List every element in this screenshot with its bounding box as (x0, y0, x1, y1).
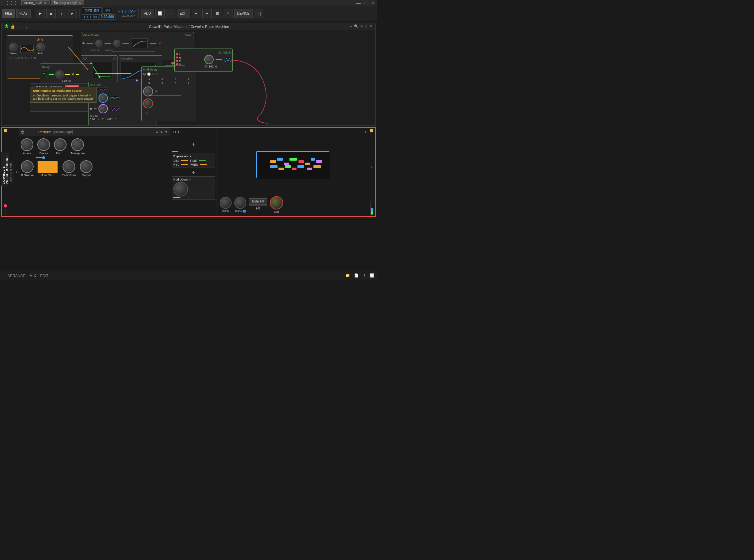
play-button[interactable]: ▶ (36, 9, 45, 18)
tab-drone-beat-close[interactable]: ✕ (44, 1, 46, 5)
lock-btn[interactable]: 🔒 (10, 24, 15, 29)
groove-knob[interactable] (21, 160, 34, 173)
loop-button[interactable]: ⇌ (67, 9, 77, 18)
distortion-title: Distortion (120, 57, 133, 60)
grid-btn[interactable]: ⋮⋮⋮ (17, 24, 28, 28)
md-knob2[interactable] (143, 98, 153, 108)
delay-knob[interactable] (55, 70, 64, 79)
perform-title: Perform (38, 130, 51, 134)
position-display[interactable]: 1.1.1.00 (82, 14, 98, 20)
undo-button[interactable]: ↩ (192, 9, 201, 18)
record-button[interactable]: ● (57, 9, 66, 18)
timb-line (199, 160, 206, 161)
st-width-knob[interactable] (204, 55, 214, 64)
add-center-btn[interactable]: + (192, 141, 195, 148)
arrow-left-icon[interactable]: ↕ (5, 212, 6, 215)
file-icon[interactable]: 📄 (354, 273, 359, 278)
delay-conn3 (76, 74, 79, 75)
clip-grid-display[interactable] (256, 151, 329, 178)
edit-button[interactable]: EDIT (177, 9, 190, 18)
search-btn[interactable]: 🔍 (354, 24, 359, 28)
value-scaler-title: Value Scaler (82, 34, 99, 37)
perform-up-icon[interactable]: ▲ (160, 130, 163, 134)
device-arrow-button[interactable]: →| (254, 9, 263, 18)
minus-btn[interactable]: − (350, 24, 352, 28)
play-label-button[interactable]: PLAY (16, 9, 31, 18)
md-knob1[interactable] (143, 86, 153, 96)
out-knob[interactable] (270, 196, 283, 209)
vs-v1: 0.50 % (91, 49, 99, 52)
add-left-btn[interactable]: + (15, 169, 18, 175)
file-button[interactable]: FILE (2, 9, 15, 18)
perform-down-icon[interactable]: ▼ (165, 130, 168, 134)
yellow-square-top (4, 129, 7, 132)
decay-knob[interactable] (37, 138, 50, 151)
delete-button[interactable]: ✕ (224, 9, 233, 18)
sh-star: * (115, 118, 116, 121)
bend-title: Bend (185, 34, 192, 37)
time-display[interactable]: 0:00.000 (99, 14, 115, 20)
perform-settings-icon[interactable]: ⚙ (155, 130, 159, 134)
chart-bottom-icon[interactable]: 📊 (370, 273, 374, 278)
bend-close[interactable]: ✕ (158, 42, 161, 45)
add-right-btn[interactable]: + (370, 164, 373, 169)
power-btn[interactable]: ⏻ (4, 24, 8, 29)
glide-knob[interactable] (234, 197, 246, 209)
fold-knob[interactable] (36, 43, 45, 51)
fx-button[interactable]: FX (249, 205, 267, 211)
svg-rect-13 (305, 163, 310, 165)
note-rst-pad[interactable] (38, 161, 58, 173)
transpose-knob[interactable] (71, 138, 84, 151)
md-icon[interactable]: ⚙ (155, 90, 158, 93)
edit-nav[interactable]: EDIT (40, 274, 48, 278)
vs-knob2[interactable] (113, 40, 120, 47)
pitch-knob[interactable] (54, 138, 66, 151)
attack-knob[interactable] (21, 138, 33, 151)
power-on-icon[interactable]: ⏻ (21, 130, 24, 134)
bpm-display[interactable]: 123.00 (82, 7, 102, 14)
radiocure-add-btn[interactable]: + (189, 178, 191, 181)
clip-add-btn[interactable]: + (364, 129, 367, 135)
sh-knob1[interactable] (98, 94, 108, 103)
st-m: M (179, 60, 181, 62)
folder-icon[interactable]: 📁 (345, 273, 350, 278)
redo-button[interactable]: ↪ (202, 9, 212, 18)
minimize-btn[interactable]: — (356, 0, 361, 6)
device-button[interactable]: DEVICE (234, 9, 253, 18)
conn-dot (42, 156, 45, 159)
radiocure-big-knob[interactable] (173, 182, 188, 197)
skew-label: Skew (10, 52, 17, 55)
sh-knob2[interactable] (98, 104, 108, 114)
note-fx-button[interactable]: Note FX (249, 198, 267, 204)
info-btn[interactable]: i (3, 274, 3, 278)
chart-button[interactable]: 📊 (155, 9, 165, 18)
stop-button[interactable]: ■ (46, 9, 56, 18)
mix-nav[interactable]: MIX (30, 274, 36, 278)
add-btn2[interactable]: + (192, 169, 195, 176)
add-btn-area2: + (172, 169, 215, 176)
close-plugin-btn[interactable]: ✕ (370, 24, 373, 28)
close-btn[interactable]: ✕ (371, 1, 374, 5)
tab-screeny[interactable]: Screeny-shotty* ✕ (51, 0, 84, 5)
vs-knob1[interactable] (95, 40, 102, 47)
arrow-button[interactable]: → (166, 9, 175, 18)
radiocure-knob[interactable] (62, 160, 75, 173)
maximize-btn[interactable]: □ (365, 1, 367, 5)
clip-area: + (217, 128, 368, 216)
skew-knob[interactable] (9, 43, 18, 51)
arrange-nav[interactable]: ARRANGE (7, 274, 25, 278)
delay-x: ✕ (71, 72, 75, 77)
plus-btn[interactable]: + (361, 24, 363, 28)
pitch-control-knob[interactable] (219, 197, 232, 209)
time-sig-display[interactable]: 4/4 (102, 8, 112, 14)
download-icon[interactable]: ⬇ (363, 273, 366, 278)
add-button[interactable]: ADD (141, 9, 154, 18)
st-r-dot (176, 57, 178, 59)
output-knob[interactable] (80, 160, 93, 173)
right-sidebar: + (368, 128, 375, 216)
copy-button[interactable]: ⊡ (213, 9, 222, 18)
tab-screeny-close[interactable]: ✕ (79, 1, 81, 5)
tab-drone-beat[interactable]: drone_beat* ✕ (21, 0, 50, 5)
pitch-group: Pitch ↓ (54, 138, 66, 155)
expand-btn[interactable]: ⤢ (365, 24, 368, 28)
